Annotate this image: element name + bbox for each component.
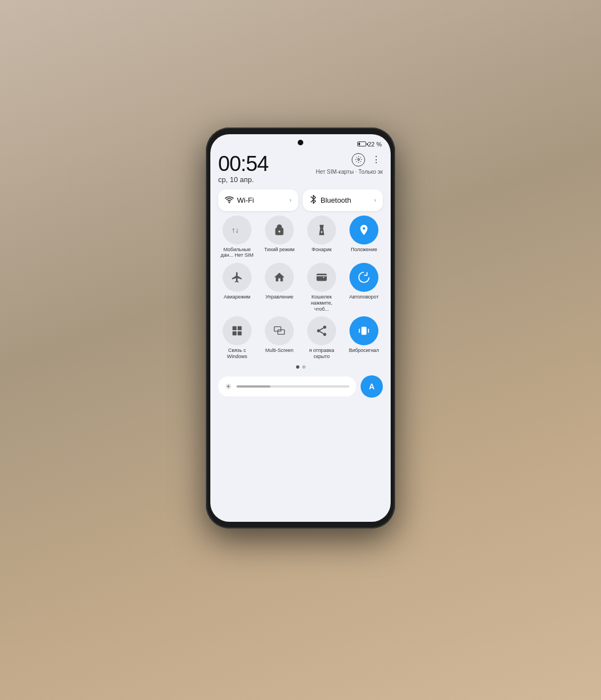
- brightness-row: ☀ A: [218, 375, 383, 398]
- tile-label-share: я отправка скрыто: [305, 347, 338, 360]
- tile-label-mobile-data: Мобильныедан... Нет SIM: [220, 247, 253, 259]
- svg-rect-7: [233, 331, 237, 335]
- wifi-arrow: ›: [289, 197, 292, 203]
- tile-btn-share[interactable]: [307, 316, 336, 345]
- brightness-sun-icon: ☀: [225, 382, 232, 391]
- notification-panel: 00:54 ср, 10 апр. ⋮ Нет SIM-карты · То: [210, 148, 391, 522]
- date-display: ср, 10 апр.: [218, 175, 268, 184]
- svg-point-1: [229, 202, 229, 202]
- svg-point-12: [317, 330, 321, 333]
- brightness-slider[interactable]: ☀: [218, 376, 356, 396]
- svg-point-11: [323, 326, 327, 329]
- tile-label-location: Положение: [351, 247, 377, 253]
- svg-point-0: [357, 159, 359, 160]
- tile-wallet[interactable]: Кошелек нажмите, чтоб...: [303, 263, 341, 312]
- tile-label-home: Управление: [265, 294, 293, 300]
- svg-line-14: [320, 332, 323, 334]
- phone-device: 22 % 00:54 ср, 10 апр.: [206, 128, 395, 528]
- page-dot-1: [296, 365, 299, 369]
- wifi-icon: [225, 195, 234, 205]
- battery-percent: 22 %: [368, 141, 382, 148]
- battery-icon: [357, 141, 366, 146]
- bluetooth-icon: [309, 195, 317, 205]
- more-icon[interactable]: ⋮: [370, 153, 383, 167]
- quick-tiles-row1: ↑↓ Мобильныедан... Нет SIM Тихий режим: [218, 216, 383, 259]
- tile-btn-silent[interactable]: [265, 216, 294, 244]
- tile-btn-location[interactable]: [349, 216, 378, 244]
- tile-autorotate[interactable]: Автоповорот: [345, 263, 383, 312]
- tile-btn-vibrate[interactable]: [349, 316, 378, 345]
- quick-tiles-row3: Связь с Windows Multi-Screen: [218, 316, 383, 360]
- battery-fill: [358, 143, 360, 145]
- tile-label-wallet: Кошелек нажмите, чтоб...: [305, 294, 338, 312]
- time-block: 00:54 ср, 10 апр.: [218, 153, 268, 184]
- tile-btn-flashlight[interactable]: [307, 216, 336, 244]
- sim-text: Нет SIM-карты · Только эк: [316, 169, 383, 175]
- icon-row: ⋮: [352, 153, 383, 167]
- time-display: 00:54: [218, 153, 268, 174]
- quick-tiles-row2: Авиарежим Управление: [218, 263, 383, 312]
- tile-btn-airplane[interactable]: [223, 263, 252, 292]
- svg-rect-5: [233, 326, 237, 330]
- tile-btn-windows[interactable]: [223, 316, 252, 345]
- bluetooth-arrow: ›: [374, 197, 376, 203]
- tile-label-windows: Связь с Windows: [220, 347, 254, 360]
- tile-label-autorotate: Автоповорот: [349, 294, 378, 300]
- tile-mobile-data[interactable]: ↑↓ Мобильныедан... Нет SIM: [218, 216, 256, 259]
- battery-indicator: 22 %: [357, 141, 382, 148]
- tile-btn-autorotate[interactable]: [349, 263, 378, 292]
- tile-vibrate[interactable]: Вибросигнал: [345, 316, 383, 360]
- tile-btn-wallet[interactable]: [307, 263, 336, 292]
- auto-brightness-label: A: [369, 382, 375, 391]
- svg-line-15: [320, 328, 323, 330]
- tile-btn-home[interactable]: [265, 263, 294, 292]
- tile-btn-multiscreen[interactable]: [265, 316, 294, 345]
- wifi-bluetooth-row: Wi-Fi › Bluetooth ›: [218, 189, 383, 211]
- svg-rect-16: [361, 327, 366, 335]
- auto-brightness-button[interactable]: A: [361, 375, 383, 398]
- top-icons: ⋮ Нет SIM-карты · Только эк: [316, 153, 383, 175]
- time-row: 00:54 ср, 10 апр. ⋮ Нет SIM-карты · То: [218, 152, 383, 185]
- tile-label-multiscreen: Multi-Screen: [265, 347, 294, 354]
- svg-point-13: [323, 333, 327, 336]
- tile-multiscreen[interactable]: Multi-Screen: [260, 316, 298, 360]
- phone-screen: 22 % 00:54 ср, 10 апр.: [210, 134, 391, 522]
- svg-point-3: [321, 231, 323, 233]
- tile-silent[interactable]: Тихий режим: [260, 216, 298, 259]
- tile-airplane[interactable]: Авиарежим: [218, 263, 256, 312]
- bluetooth-label: Bluetooth: [321, 196, 371, 204]
- tile-btn-mobile-data[interactable]: ↑↓: [223, 216, 252, 244]
- settings-icon[interactable]: [352, 153, 365, 167]
- page-dot-2: [302, 365, 306, 369]
- tile-location[interactable]: Положение: [345, 216, 383, 259]
- tile-label-silent: Тихий режим: [264, 247, 294, 253]
- brightness-track: [237, 385, 349, 388]
- camera-notch: [298, 140, 303, 145]
- svg-text:↑↓: ↑↓: [231, 226, 239, 234]
- tile-flashlight[interactable]: Фонарик: [303, 216, 341, 259]
- tile-label-vibrate: Вибросигнал: [349, 347, 379, 354]
- svg-rect-4: [317, 274, 327, 281]
- tile-label-flashlight: Фонарик: [312, 247, 332, 253]
- bluetooth-tile[interactable]: Bluetooth ›: [303, 189, 383, 211]
- svg-rect-8: [238, 331, 242, 335]
- brightness-fill: [237, 385, 270, 388]
- tile-share[interactable]: я отправка скрыто: [303, 316, 341, 360]
- wifi-label: Wi-Fi: [237, 196, 286, 204]
- tile-label-airplane: Авиарежим: [224, 294, 250, 300]
- wifi-tile[interactable]: Wi-Fi ›: [218, 189, 298, 211]
- svg-rect-6: [238, 326, 242, 330]
- page-dots: [218, 365, 383, 369]
- tile-windows[interactable]: Связь с Windows: [218, 316, 256, 360]
- tile-home[interactable]: Управление: [260, 263, 298, 312]
